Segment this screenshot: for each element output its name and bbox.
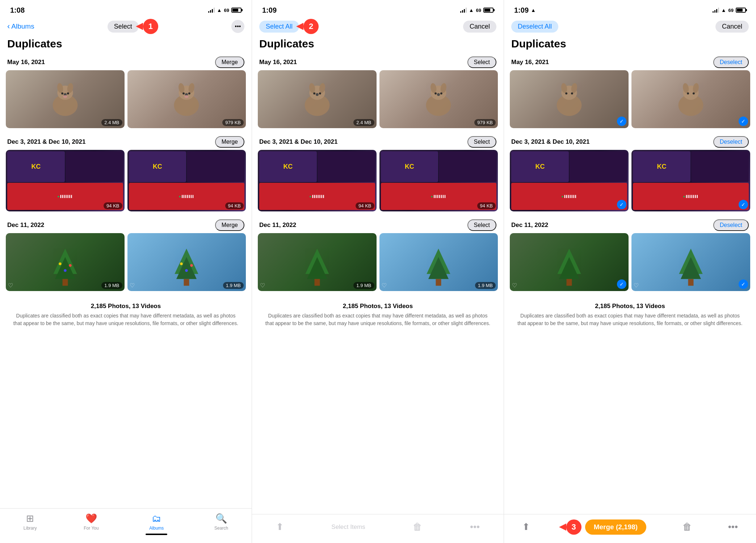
albums-icon-1: 🗂 bbox=[152, 513, 161, 524]
group-date-2-1: May 16, 2021 bbox=[259, 59, 297, 66]
dup-group-2-2: Dec 3, 2021 & Dec 10, 2021 Select KC ● ▌… bbox=[258, 134, 498, 211]
share-icon-3[interactable]: ⬆ bbox=[522, 521, 530, 533]
dup-group-1-3: Dec 11, 2022 Merge ♡ 1.9 MB bbox=[6, 217, 246, 291]
svg-point-5 bbox=[61, 92, 63, 94]
photo-thumb-1-3-b: ♡ 1.9 MB bbox=[127, 233, 246, 291]
album-cell: KC bbox=[7, 151, 65, 182]
group-header-3-1: May 16, 2021 Deselect bbox=[510, 54, 750, 70]
photo-thumb-3-3-b: ♡ ✓ bbox=[631, 233, 750, 291]
merge-label-3: Merge (2,198) bbox=[594, 523, 638, 531]
tab-library-label-1: Library bbox=[24, 526, 37, 531]
deselect-button-3-3[interactable]: Deselect bbox=[713, 219, 749, 231]
action-bar-2: ⬆ Select Items 🗑 ••• bbox=[252, 514, 504, 543]
select-all-button-2[interactable]: Select All bbox=[259, 21, 299, 33]
time-2: 1:09 bbox=[262, 6, 277, 14]
deselect-button-3-1[interactable]: Deselect bbox=[713, 56, 749, 68]
footer-count-1: 2,185 Photos, 13 Videos bbox=[13, 303, 239, 310]
cancel-button-2[interactable]: Cancel bbox=[463, 21, 496, 33]
group-date-2-2: Dec 3, 2021 & Dec 10, 2021 bbox=[259, 138, 337, 146]
group-date-1-3: Dec 11, 2022 bbox=[7, 222, 44, 229]
select-check-3-2-b: ✓ bbox=[739, 200, 748, 209]
merge-button-1-3[interactable]: Merge bbox=[215, 219, 244, 231]
merge-button-1-2[interactable]: Merge bbox=[215, 136, 244, 148]
select-button-2-3[interactable]: Select bbox=[467, 219, 496, 231]
trash-icon-3[interactable]: 🗑 bbox=[682, 521, 692, 533]
dup-group-2-1: May 16, 2021 Select 2.4 MB bbox=[258, 54, 498, 128]
svg-rect-65 bbox=[688, 279, 694, 286]
time-3: 1:09 bbox=[514, 6, 529, 14]
scroll-content-2: May 16, 2021 Select 2.4 MB bbox=[252, 54, 504, 514]
select-check-3-2-a: ✓ bbox=[617, 200, 626, 209]
tab-foryou-1[interactable]: ❤️ For You bbox=[84, 513, 98, 531]
album-cell: KC bbox=[129, 151, 186, 182]
svg-point-33 bbox=[313, 92, 315, 94]
select-check-3-3-a: ✓ bbox=[617, 279, 626, 289]
tab-albums-1[interactable]: 🗂 Albums bbox=[146, 513, 167, 535]
nav-bar-3: Deselect All Cancel bbox=[504, 18, 756, 36]
step-badge-3: 3 bbox=[566, 519, 581, 535]
size-badge-2-3-b: 1.9 MB bbox=[475, 282, 496, 289]
merge-button-1-1[interactable]: Merge bbox=[215, 56, 244, 68]
photo-thumb-1-2-a: KC ● ▌▌▌▌▌▌▌ 94 KB bbox=[6, 150, 125, 211]
back-button-1[interactable]: ‹ Albums bbox=[7, 22, 34, 31]
footer-3: 2,185 Photos, 13 Videos Duplicates are c… bbox=[510, 297, 750, 330]
size-badge-2-3-a: 1.9 MB bbox=[353, 282, 374, 289]
step-badge-2: 2 bbox=[303, 19, 319, 34]
size-badge-2-1-b: 979 KB bbox=[474, 119, 496, 126]
group-date-3-1: May 16, 2021 bbox=[511, 59, 549, 66]
group-header-2-3: Dec 11, 2022 Select bbox=[258, 217, 498, 233]
group-header-2-1: May 16, 2021 Select bbox=[258, 54, 498, 70]
size-badge-2-2-a: 94 KB bbox=[356, 202, 374, 209]
time-1: 1:08 bbox=[10, 6, 25, 14]
nav-center-1: Select 1 bbox=[108, 19, 158, 34]
tab-library-1[interactable]: ⊞ Library bbox=[24, 513, 37, 531]
photo-pair-3-2: KC ● ▌▌▌▌▌▌▌ ✓ KC bbox=[510, 150, 750, 211]
svg-point-41 bbox=[440, 92, 442, 94]
xmas-tree-1-b bbox=[151, 247, 222, 287]
select-button-2-1[interactable]: Select bbox=[467, 56, 496, 68]
svg-point-34 bbox=[319, 92, 321, 94]
photo-thumb-1-3-a: ♡ 1.9 MB bbox=[6, 233, 125, 291]
wifi-icon-2: ▲ bbox=[469, 7, 474, 13]
page-title-2: Duplicates bbox=[252, 36, 504, 54]
search-icon-1: 🔍 bbox=[215, 513, 227, 524]
group-header-1-1: May 16, 2021 Merge bbox=[6, 54, 246, 70]
more-icon-3[interactable]: ••• bbox=[728, 521, 738, 533]
tab-albums-label-1: Albums bbox=[149, 526, 164, 531]
dup-group-3-2: Dec 3, 2021 & Dec 10, 2021 Deselect KC ●… bbox=[510, 134, 750, 211]
select-check-3-1-b: ✓ bbox=[739, 117, 748, 126]
photo-thumb-1-1-b: 979 KB bbox=[127, 70, 246, 128]
signal-icon-2 bbox=[460, 8, 467, 13]
group-date-1-1: May 16, 2021 bbox=[7, 59, 45, 66]
album-cell bbox=[66, 151, 123, 182]
size-badge-2-1-a: 2.4 MB bbox=[353, 119, 374, 126]
more-button-1[interactable]: ••• bbox=[231, 20, 244, 33]
select-items-label-2: Select Items bbox=[331, 523, 365, 531]
dup-group-1-1: May 16, 2021 Merge 2.4 MB bbox=[6, 54, 246, 128]
heart-icon-2-3-b: ♡ bbox=[382, 282, 387, 289]
tab-search-1[interactable]: 🔍 Search bbox=[214, 513, 228, 531]
size-badge-1-1-b: 979 KB bbox=[222, 119, 244, 126]
svg-point-25 bbox=[180, 262, 183, 265]
deselect-button-3-2[interactable]: Deselect bbox=[713, 136, 749, 148]
footer-desc-2: Duplicates are classified both as exact … bbox=[265, 312, 491, 327]
dup-group-3-3: Dec 11, 2022 Deselect ♡ ✓ bbox=[510, 217, 750, 291]
cancel-button-3[interactable]: Cancel bbox=[715, 21, 749, 33]
share-icon-2: ⬆ bbox=[276, 521, 284, 533]
merge-action-button-3[interactable]: Merge (2,198) bbox=[585, 519, 646, 535]
svg-rect-47 bbox=[436, 279, 441, 286]
photo-thumb-3-1-a: ✓ bbox=[510, 70, 629, 128]
select-button-1[interactable]: Select bbox=[108, 21, 139, 33]
select-button-2-2[interactable]: Select bbox=[467, 136, 496, 148]
size-badge-1-3-a: 1.9 MB bbox=[101, 282, 122, 289]
dog-image-2-a bbox=[270, 73, 365, 119]
status-icons-1: ▲ 69 bbox=[208, 7, 242, 13]
svg-rect-24 bbox=[184, 279, 189, 286]
heart-icon-3-3-a: ♡ bbox=[512, 282, 517, 289]
xmas-tree-1-a bbox=[30, 247, 101, 287]
tab-bar-1: ⊞ Library ❤️ For You 🗂 Albums 🔍 Search bbox=[0, 508, 252, 543]
page-title-3: Duplicates bbox=[504, 36, 756, 54]
photo-thumb-3-1-b: ✓ bbox=[631, 70, 750, 128]
size-badge-2-2-b: 94 KB bbox=[477, 202, 496, 209]
deselect-all-button-3[interactable]: Deselect All bbox=[511, 21, 558, 33]
